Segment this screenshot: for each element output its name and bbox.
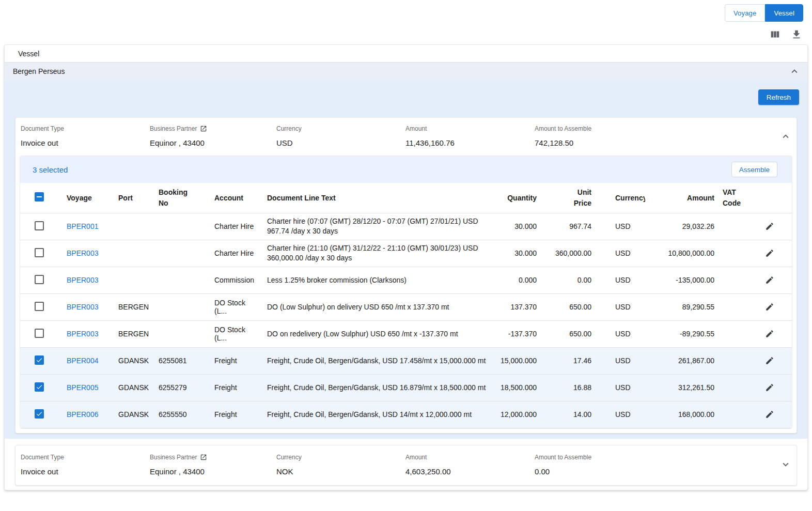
account-cell: Charter Hire: [214, 213, 267, 240]
row-checkbox[interactable]: [35, 355, 44, 365]
table-row: BPER003 Charter Hire Charter hire (21:10…: [20, 240, 792, 267]
row-checkbox[interactable]: [35, 248, 44, 257]
booking-no-cell: [159, 293, 214, 320]
document-line-text-cell: Charter hire (07:07 (GMT) 28/12/20 - 07:…: [267, 213, 497, 240]
vat-code-cell: [723, 293, 764, 320]
booking-no-cell: 6255279: [159, 374, 214, 401]
column-header-unit-price: Unit Price: [545, 183, 600, 213]
row-checkbox[interactable]: [35, 302, 44, 311]
edit-icon: [765, 275, 774, 285]
unit-price-cell: 650.00: [545, 320, 600, 347]
currency-cell: USD: [600, 240, 645, 267]
voyage-link[interactable]: BPER003: [67, 249, 98, 257]
unit-price-cell: 650.00: [545, 293, 600, 320]
amount-field: Amount 4,603,250.00: [405, 454, 535, 476]
currency-value: USD: [276, 138, 405, 147]
top-toolbar: Voyage Vessel: [0, 0, 812, 41]
voyage-link[interactable]: BPER006: [67, 410, 98, 419]
row-checkbox[interactable]: [35, 329, 44, 338]
assemble-button[interactable]: Assemble: [731, 162, 777, 177]
amount-to-assemble-label: Amount to Assemble: [535, 454, 771, 461]
port-cell: BERGEN: [118, 293, 159, 320]
booking-no-cell: [159, 267, 214, 293]
document-type-label: Document Type: [21, 454, 150, 461]
voyage-link[interactable]: BPER001: [67, 222, 98, 230]
collapse-group-button[interactable]: [780, 131, 791, 142]
quantity-cell: 30.000: [497, 240, 545, 267]
chevron-up-icon: [789, 66, 800, 77]
quantity-cell: 12,000.000: [497, 401, 545, 428]
account-cell: DO Stock (L...: [214, 293, 267, 320]
table-row: BPER004 GDANSK 6255081 Freight Freight, …: [20, 347, 792, 374]
collapse-vessel-button[interactable]: [789, 66, 800, 77]
vat-code-cell: [723, 374, 764, 401]
port-cell: [118, 267, 159, 293]
vat-code-cell: [723, 320, 764, 347]
row-checkbox[interactable]: [35, 409, 44, 419]
line-items-section: 3 selected Assemble Voyage Port: [20, 156, 792, 429]
edit-line-button[interactable]: [764, 221, 775, 232]
edit-line-button[interactable]: [764, 382, 775, 393]
vat-code-cell: [723, 401, 764, 428]
select-all-checkbox[interactable]: [35, 192, 44, 202]
voyage-toggle-button[interactable]: Voyage: [725, 4, 766, 22]
edit-line-button[interactable]: [764, 355, 775, 366]
booking-no-cell: [159, 213, 214, 240]
amount-value: 4,603,250.00: [405, 467, 535, 476]
edit-line-button[interactable]: [764, 328, 775, 339]
check-icon: [36, 410, 43, 417]
voyage-link[interactable]: BPER003: [67, 330, 98, 338]
vessel-panel: Vessel Bergen Perseus Refresh Document T…: [4, 44, 808, 490]
account-cell: DO Stock (L...: [214, 320, 267, 347]
document-group-card-usd: Document Type Invoice out Business Partn…: [15, 117, 797, 433]
download-icon: [791, 29, 802, 40]
vessel-accordion-header[interactable]: Bergen Perseus: [5, 63, 807, 80]
unit-price-cell: 360,000.00: [545, 240, 600, 267]
edit-line-button[interactable]: [764, 274, 775, 286]
column-header-document-line-text: Document Line Text: [267, 183, 497, 213]
currency-label: Currency: [276, 125, 405, 132]
edit-line-button[interactable]: [764, 409, 775, 420]
unit-price-cell: 17.46: [545, 347, 600, 374]
voyage-link[interactable]: BPER005: [67, 383, 98, 392]
edit-icon: [765, 410, 774, 419]
voyage-link[interactable]: BPER004: [67, 357, 98, 365]
amount-cell: 168,000.00: [645, 401, 723, 428]
edit-icon: [765, 222, 774, 231]
vessel-toggle-button[interactable]: Vessel: [765, 4, 803, 22]
selection-toolbar: 3 selected Assemble: [20, 156, 792, 183]
business-partner-value: Equinor , 43400: [150, 467, 276, 476]
amount-cell: 10,800,000.00: [645, 240, 723, 267]
currency-label: Currency: [276, 454, 405, 461]
currency-cell: USD: [600, 374, 645, 401]
voyage-link[interactable]: BPER003: [67, 303, 98, 311]
booking-no-cell: 6255081: [159, 347, 214, 374]
column-header-port: Port: [118, 183, 159, 213]
business-partner-value: Equinor , 43400: [150, 138, 276, 147]
voyage-link[interactable]: BPER003: [67, 276, 98, 284]
download-button[interactable]: [790, 28, 803, 41]
row-checkbox[interactable]: [35, 221, 44, 230]
currency-cell: USD: [600, 267, 645, 293]
edit-line-button[interactable]: [764, 301, 775, 313]
edit-line-button[interactable]: [764, 247, 775, 259]
vat-code-cell: [723, 267, 764, 293]
open-in-new-icon[interactable]: [200, 125, 207, 132]
column-settings-button[interactable]: [768, 28, 782, 41]
unit-price-cell: 14.00: [545, 401, 600, 428]
document-group-card-nok: Document Type Invoice out Business Partn…: [15, 445, 797, 486]
amount-field: Amount 11,436,160.76: [405, 125, 535, 147]
quantity-cell: 137.370: [497, 293, 545, 320]
refresh-button[interactable]: Refresh: [758, 89, 799, 105]
expand-group-button[interactable]: [780, 459, 791, 470]
vat-code-cell: [723, 347, 764, 374]
document-line-text-cell: Less 1.25% broker commission (Clarksons): [267, 267, 497, 293]
row-checkbox[interactable]: [35, 275, 44, 284]
selection-count: 3 selected: [33, 165, 68, 174]
port-cell: [118, 213, 159, 240]
row-checkbox[interactable]: [35, 382, 44, 392]
amount-value: 11,436,160.76: [405, 138, 535, 147]
open-in-new-icon[interactable]: [200, 454, 207, 461]
document-type-field: Document Type Invoice out: [21, 125, 150, 147]
chevron-up-icon: [780, 131, 791, 142]
